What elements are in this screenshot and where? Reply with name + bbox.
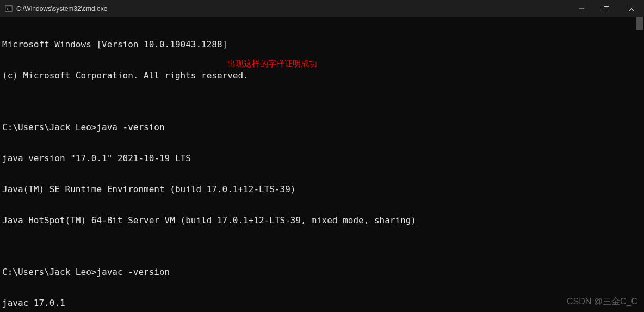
scrollbar[interactable] bbox=[635, 17, 644, 312]
svg-rect-3 bbox=[604, 7, 609, 11]
window-title: C:\Windows\system32\cmd.exe bbox=[16, 5, 569, 13]
minimize-button[interactable] bbox=[569, 0, 594, 17]
terminal-line: Java HotSpot(TM) 64-Bit Server VM (build… bbox=[2, 215, 642, 225]
terminal-line: Java(TM) SE Runtime Environment (build 1… bbox=[2, 184, 642, 194]
terminal-line: (c) Microsoft Corporation. All rights re… bbox=[2, 70, 642, 81]
terminal-line: javac 17.0.1 bbox=[2, 298, 642, 308]
terminal-line: Microsoft Windows [Version 10.0.19043.12… bbox=[2, 39, 642, 50]
close-button[interactable] bbox=[619, 0, 644, 17]
terminal-line: java version "17.0.1" 2021-10-19 LTS bbox=[2, 153, 642, 163]
window-controls bbox=[569, 0, 644, 17]
annotation-text: 出现这样的字样证明成功 bbox=[227, 58, 317, 69]
scrollbar-thumb[interactable] bbox=[636, 17, 643, 30]
svg-text:>_: >_ bbox=[7, 7, 11, 11]
terminal-output[interactable]: Microsoft Windows [Version 10.0.19043.12… bbox=[0, 17, 644, 312]
window-titlebar: >_ C:\Windows\system32\cmd.exe bbox=[0, 0, 644, 17]
terminal-line: C:\Users\Jack Leo>javac -version bbox=[2, 267, 642, 277]
terminal-line: C:\Users\Jack Leo>java -version bbox=[2, 122, 642, 132]
cmd-icon: >_ bbox=[4, 4, 13, 13]
maximize-button[interactable] bbox=[594, 0, 619, 17]
